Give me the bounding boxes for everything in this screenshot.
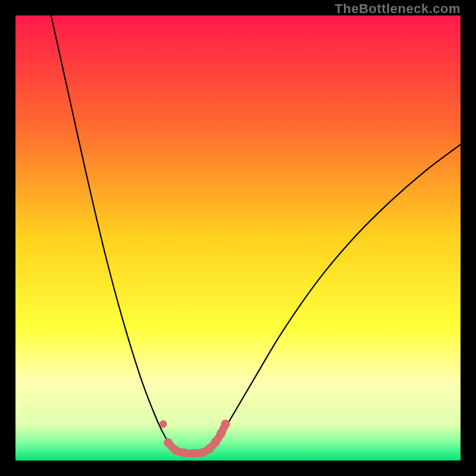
watermark-label: TheBottleneck.com	[335, 1, 461, 17]
plot-background	[15, 15, 461, 461]
highlight-dot	[221, 419, 230, 428]
highlight-dot	[205, 444, 214, 453]
highlight-dot	[180, 449, 189, 458]
chart-frame: TheBottleneck.com	[0, 0, 476, 476]
highlight-dot	[217, 429, 226, 438]
highlight-dot	[211, 437, 220, 446]
highlight-dot	[164, 439, 173, 447]
highlight-dot	[171, 446, 180, 455]
highlight-dot	[159, 420, 167, 428]
highlight-dot	[189, 449, 198, 458]
chart-canvas	[15, 15, 461, 461]
